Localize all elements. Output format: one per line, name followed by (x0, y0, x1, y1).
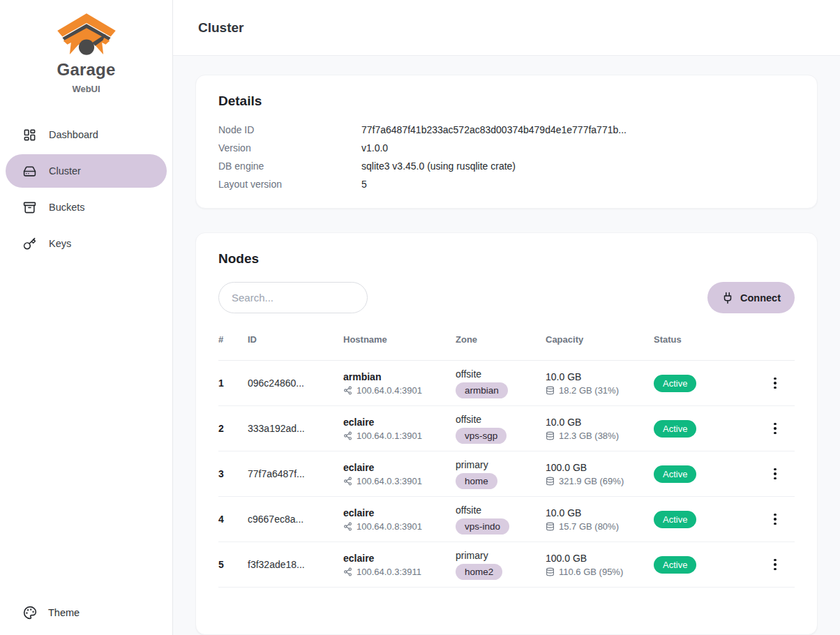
node-usage-line: 18.2 GB (31%) (546, 385, 654, 396)
detail-label: Node ID (218, 124, 361, 135)
table-row: 4 c9667ec8a... eclaire 100.64.0.8:3901 o… (218, 497, 795, 542)
garage-logo-icon (54, 13, 119, 56)
col-header-hostname: Hostname (343, 334, 456, 345)
row-menu-button[interactable] (765, 371, 786, 395)
detail-label: Layout version (218, 179, 361, 190)
database-icon (546, 477, 555, 486)
node-capacity: 10.0 GB (546, 417, 654, 428)
share-network-icon (343, 567, 352, 576)
node-address-line: 100.64.0.1:3901 (343, 431, 456, 441)
node-address-line: 100.64.0.8:3901 (343, 521, 456, 532)
node-usage: 12.3 GB (38%) (559, 431, 619, 441)
node-zone: offsite (456, 368, 546, 380)
zone-tag-badge: home (456, 473, 497, 489)
node-actions-cell (745, 371, 795, 395)
nodes-table: # ID Hostname Zone Capacity Status 1 096… (218, 331, 795, 588)
col-header-id: ID (248, 334, 343, 345)
node-address-line: 100.64.0.3:3911 (343, 567, 456, 577)
node-zone-cell: primary home2 (456, 550, 546, 580)
row-menu-button[interactable] (765, 417, 786, 440)
node-num: 3 (218, 468, 248, 479)
node-usage-line: 321.9 GB (69%) (546, 476, 654, 486)
node-hostname: eclaire (343, 507, 456, 518)
topbar: Cluster (173, 0, 840, 56)
nodes-title: Nodes (218, 251, 795, 267)
sidebar-item-label: Dashboard (49, 129, 98, 140)
details-card: Details Node ID 77f7a6487f41b233ac572ac8… (195, 75, 818, 209)
node-hostname: armbian (343, 371, 456, 382)
node-status-cell: Active (654, 420, 745, 438)
status-badge: Active (654, 420, 696, 438)
sidebar-item-dashboard[interactable]: Dashboard (6, 118, 167, 151)
col-header-capacity: Capacity (546, 334, 654, 345)
node-hostname: eclaire (343, 462, 456, 473)
node-zone-cell: offsite armbian (456, 368, 546, 398)
node-capacity-cell: 100.0 GB 110.6 GB (95%) (546, 553, 654, 577)
sidebar-item-buckets[interactable]: Buckets (6, 190, 167, 224)
node-id: c9667ec8a... (248, 514, 343, 525)
row-menu-button[interactable] (765, 462, 786, 486)
table-header-row: # ID Hostname Zone Capacity Status (218, 331, 795, 361)
connect-button[interactable]: Connect (707, 282, 795, 313)
node-id: 333a192ad... (248, 423, 343, 434)
node-zone: primary (456, 550, 546, 561)
node-id: f3f32ade18... (248, 559, 343, 570)
node-usage-line: 110.6 GB (95%) (546, 567, 654, 577)
search-input[interactable] (218, 282, 368, 313)
node-actions-cell (745, 462, 795, 486)
sidebar-item-cluster[interactable]: Cluster (6, 154, 167, 188)
node-address: 100.64.0.8:3901 (357, 521, 422, 532)
node-address: 100.64.0.3:3901 (357, 476, 422, 486)
node-hostname-cell: eclaire 100.64.0.3:3901 (343, 462, 456, 486)
hard-drive-icon (23, 165, 36, 178)
node-capacity: 10.0 GB (546, 371, 654, 382)
nodes-toolbar: Connect (218, 282, 795, 313)
node-usage: 110.6 GB (95%) (559, 567, 623, 577)
node-status-cell: Active (654, 465, 745, 483)
zone-tag-badge: vps-sgp (456, 428, 507, 444)
detail-label: Version (218, 142, 361, 154)
status-badge: Active (654, 465, 696, 483)
col-header-status: Status (654, 334, 745, 345)
col-header-num: # (218, 334, 248, 345)
node-zone-cell: offsite vps-indo (456, 505, 546, 535)
status-badge: Active (654, 556, 696, 574)
node-num: 5 (218, 559, 248, 570)
row-menu-button[interactable] (765, 553, 786, 576)
database-icon (546, 386, 555, 395)
node-hostname-cell: armbian 100.64.0.4:3901 (343, 371, 456, 396)
node-id: 096c24860... (248, 378, 343, 389)
share-network-icon (343, 431, 352, 440)
table-body: 1 096c24860... armbian 100.64.0.4:3901 o… (218, 361, 795, 588)
node-hostname-cell: eclaire 100.64.0.1:3901 (343, 417, 456, 441)
zone-tag-badge: vps-indo (456, 518, 509, 535)
status-badge: Active (654, 511, 696, 528)
sidebar-item-keys[interactable]: Keys (6, 227, 167, 260)
row-menu-button[interactable] (765, 507, 786, 531)
node-hostname: eclaire (343, 553, 456, 564)
table-row: 3 77f7a6487f... eclaire 100.64.0.3:3901 … (218, 451, 795, 497)
table-row: 1 096c24860... armbian 100.64.0.4:3901 o… (218, 361, 795, 406)
theme-toggle-button[interactable]: Theme (6, 599, 167, 624)
node-zone: offsite (456, 414, 546, 425)
key-icon (23, 237, 36, 251)
node-hostname: eclaire (343, 417, 456, 428)
db-engine-value: sqlite3 v3.45.0 (using rusqlite crate) (361, 160, 795, 172)
database-icon (546, 431, 555, 440)
database-icon (546, 522, 555, 531)
node-address: 100.64.0.1:3901 (357, 431, 422, 441)
status-badge: Active (654, 375, 696, 392)
plug-icon (721, 292, 734, 304)
palette-icon (23, 606, 37, 620)
bucket-archive-icon (23, 201, 36, 214)
details-grid: Node ID 77f7a6487f41b233ac572ac83d00374b… (218, 124, 795, 190)
table-row: 2 333a192ad... eclaire 100.64.0.1:3901 o… (218, 406, 795, 451)
node-id: 77f7a6487f... (248, 468, 343, 479)
share-network-icon (343, 477, 352, 486)
page-title: Cluster (198, 20, 243, 36)
node-actions-cell (745, 507, 795, 531)
dashboard-grid-icon (23, 128, 36, 142)
node-actions-cell (745, 417, 795, 440)
sidebar-item-label: Keys (49, 238, 71, 249)
node-address: 100.64.0.3:3911 (357, 567, 421, 577)
